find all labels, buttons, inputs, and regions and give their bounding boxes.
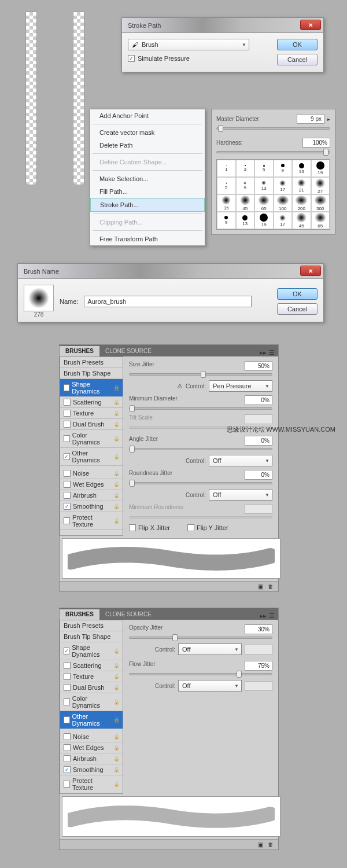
checkbox-icon[interactable]: [64, 781, 70, 788]
checkbox-icon[interactable]: ✓: [64, 503, 71, 510]
flyout-icon[interactable]: ▸: [327, 116, 330, 122]
preset-item[interactable]: Protect Texture🔒: [60, 512, 123, 530]
roundness-jitter-field[interactable]: 0%: [245, 470, 272, 480]
dialog-titlebar[interactable]: Stroke Path ✕: [122, 18, 323, 33]
checkbox-icon[interactable]: [64, 481, 71, 488]
tab-clone-source[interactable]: CLONE SOURCE: [99, 346, 157, 356]
opacity-jitter-field[interactable]: 30%: [245, 624, 272, 634]
flip-x-row[interactable]: Flip X Jitter: [129, 524, 170, 531]
menu-icon[interactable]: ☰: [269, 349, 275, 356]
trash-icon[interactable]: 🗑: [268, 841, 274, 848]
preset-item[interactable]: ✓Other Dynamics🔒: [60, 711, 123, 729]
preset-item[interactable]: Noise🔒: [60, 468, 123, 479]
brush-cell[interactable]: 9: [274, 160, 293, 177]
preset-item[interactable]: Scattering🔒: [60, 660, 123, 671]
checkbox-icon[interactable]: ✓: [128, 55, 135, 62]
brush-cell[interactable]: 200: [292, 194, 311, 212]
preset-item[interactable]: Noise🔒: [60, 731, 123, 742]
checkbox-icon[interactable]: [64, 662, 71, 669]
angle-jitter-field[interactable]: 0%: [245, 436, 272, 446]
tool-dropdown[interactable]: 🖌 Brush: [128, 39, 249, 50]
size-jitter-field[interactable]: 50%: [245, 361, 272, 371]
checkbox-icon[interactable]: [64, 399, 71, 406]
checkbox-icon[interactable]: [64, 492, 71, 499]
brush-cell[interactable]: 17: [274, 177, 293, 194]
preset-item[interactable]: Brush Presets: [60, 357, 123, 368]
checkbox-icon[interactable]: [129, 524, 136, 531]
checkbox-icon[interactable]: [64, 421, 71, 428]
arrows-icon[interactable]: ▸▸: [260, 349, 267, 356]
flip-y-row[interactable]: Flip Y Jitter: [187, 524, 228, 531]
preset-item[interactable]: Protect Texture🔒: [60, 775, 123, 793]
diameter-slider[interactable]: [216, 127, 330, 130]
tab-brushes[interactable]: BRUSHES: [60, 346, 99, 356]
checkbox-icon[interactable]: [64, 755, 71, 762]
checkbox-icon[interactable]: ✓: [64, 384, 69, 391]
preset-item[interactable]: Texture🔒: [60, 408, 123, 419]
checkbox-icon[interactable]: [64, 698, 70, 705]
preset-item[interactable]: Brush Tip Shape: [60, 368, 123, 379]
checkbox-icon[interactable]: ✓: [64, 766, 71, 773]
brush-preset-grid[interactable]: 1359131959131721273545651002003009131917…: [216, 159, 330, 230]
roundness-jitter-slider[interactable]: [129, 482, 272, 484]
flow-jitter-slider[interactable]: [129, 673, 272, 675]
min-diameter-field[interactable]: 0%: [245, 395, 272, 405]
simulate-pressure-row[interactable]: ✓ Simulate Pressure: [128, 55, 271, 62]
brush-cell[interactable]: 65: [254, 194, 274, 212]
ok-button[interactable]: OK: [277, 288, 318, 300]
preset-item[interactable]: Airbrush🔒: [60, 753, 123, 764]
preset-item[interactable]: Dual Brush🔒: [60, 419, 123, 430]
arrows-icon[interactable]: ▸▸: [260, 612, 267, 620]
checkbox-icon[interactable]: [64, 517, 70, 524]
ctx-add-anchor[interactable]: Add Anchor Point: [90, 109, 205, 122]
brush-cell[interactable]: 19: [254, 212, 274, 229]
ctx-fill-path[interactable]: Fill Path...: [90, 185, 205, 198]
preset-item[interactable]: ✓Shape Dynamics🔒: [60, 379, 123, 397]
new-icon[interactable]: ▣: [258, 841, 263, 848]
hardness-slider[interactable]: [216, 151, 330, 153]
checkbox-icon[interactable]: ✓: [64, 716, 70, 723]
master-diameter-field[interactable]: 9 px: [297, 114, 324, 124]
tab-brushes[interactable]: BRUSHES: [60, 609, 99, 620]
preset-item[interactable]: ✓Shape Dynamics🔒: [60, 642, 123, 660]
brush-cell[interactable]: 9: [236, 177, 255, 194]
brush-cell[interactable]: 300: [311, 194, 330, 212]
brush-cell[interactable]: 17: [274, 212, 293, 229]
brush-cell[interactable]: 21: [292, 177, 311, 194]
min-diameter-slider[interactable]: [129, 407, 272, 410]
checkbox-icon[interactable]: [64, 744, 71, 751]
preset-item[interactable]: ✓Other Dynamics🔒: [60, 448, 123, 466]
preset-item[interactable]: Color Dynamics🔒: [60, 430, 123, 448]
ctx-delete-path[interactable]: Delete Path: [90, 139, 205, 152]
opacity-jitter-slider[interactable]: [129, 637, 272, 639]
ctx-stroke-path[interactable]: Stroke Path...: [90, 198, 205, 212]
angle-jitter-slider[interactable]: [129, 448, 272, 450]
preset-item[interactable]: Scattering🔒: [60, 397, 123, 408]
brush-cell[interactable]: 45: [236, 194, 255, 212]
size-jitter-slider[interactable]: [129, 373, 272, 376]
brush-cell[interactable]: 45: [292, 212, 311, 229]
checkbox-icon[interactable]: [64, 673, 71, 680]
brush-cell[interactable]: 19: [311, 160, 330, 177]
cancel-button[interactable]: Cancel: [277, 54, 318, 65]
brush-cell[interactable]: 5: [254, 160, 274, 177]
preset-item[interactable]: ✓Smoothing🔒: [60, 764, 123, 775]
checkbox-icon[interactable]: [64, 684, 71, 691]
brush-cell[interactable]: 27: [311, 177, 330, 194]
checkbox-icon[interactable]: ✓: [64, 648, 69, 654]
checkbox-icon[interactable]: ✓: [64, 453, 70, 460]
dialog-titlebar[interactable]: Brush Name ✕: [18, 264, 323, 279]
opacity-control-dropdown[interactable]: Off: [178, 643, 242, 655]
preset-item[interactable]: Color Dynamics🔒: [60, 693, 123, 711]
brush-cell[interactable]: 65: [311, 212, 330, 229]
flow-control-dropdown[interactable]: Off: [178, 680, 242, 692]
ctx-make-selection[interactable]: Make Selection...: [90, 172, 205, 185]
ctx-vector-mask[interactable]: Create vector mask: [90, 126, 205, 139]
tab-clone-source[interactable]: CLONE SOURCE: [99, 609, 157, 620]
checkbox-icon[interactable]: [187, 524, 194, 531]
menu-icon[interactable]: ☰: [269, 612, 275, 620]
brush-cell[interactable]: 5: [217, 177, 236, 194]
preset-item[interactable]: Brush Presets: [60, 620, 123, 631]
close-icon[interactable]: ✕: [300, 20, 321, 30]
brush-name-input[interactable]: [84, 296, 252, 307]
